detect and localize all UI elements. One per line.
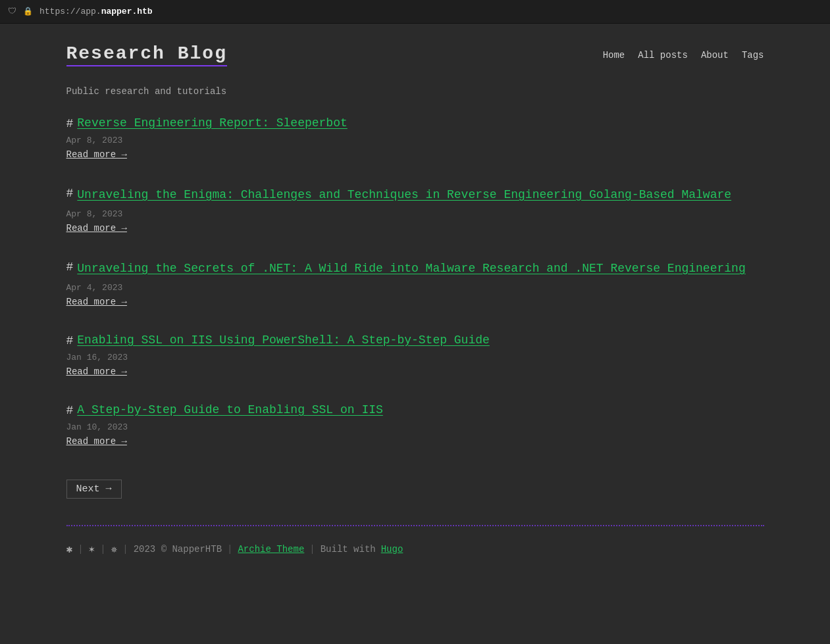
post-title-2[interactable]: Unraveling the Enigma: Challenges and Te… bbox=[77, 186, 731, 204]
footer-copyright: 2023 © NapperHTB bbox=[134, 544, 222, 555]
post-date-2: Apr 8, 2023 bbox=[66, 209, 764, 219]
site-header: Research Blog Home All posts About Tags bbox=[66, 24, 764, 80]
browser-url: https://app.napper.htb bbox=[39, 7, 153, 16]
lock-icon: 🔒 bbox=[23, 7, 33, 16]
post-date-4: Jan 16, 2023 bbox=[66, 353, 764, 362]
site-footer: ✱ | ✶ | ✵ | 2023 © NapperHTB | Archie Th… bbox=[66, 536, 764, 576]
shield-icon: 🛡 bbox=[8, 7, 16, 16]
nav-all-posts[interactable]: All posts bbox=[638, 50, 688, 61]
post-title-3[interactable]: Unraveling the Secrets of .NET: A Wild R… bbox=[77, 260, 745, 278]
post-5: # A Step-by-Step Guide to Enabling SSL o… bbox=[66, 403, 764, 453]
post-date-5: Jan 10, 2023 bbox=[66, 422, 764, 432]
footer-sep-2: | bbox=[100, 544, 105, 555]
footer-sep-1: | bbox=[78, 544, 83, 555]
post-title-line-2: # Unraveling the Enigma: Challenges and … bbox=[66, 186, 764, 204]
post-title-1[interactable]: Reverse Engineering Report: Sleeperbot bbox=[77, 116, 347, 130]
site-title: Research Blog bbox=[66, 43, 227, 66]
dotted-divider bbox=[66, 525, 764, 526]
post-title-line-5: # A Step-by-Step Guide to Enabling SSL o… bbox=[66, 403, 764, 417]
twitter-icon: ✶ bbox=[89, 543, 95, 556]
post-title-line-1: # Reverse Engineering Report: Sleeperbot bbox=[66, 116, 764, 130]
page-wrapper: Research Blog Home All posts About Tags … bbox=[53, 24, 777, 576]
nav-tags[interactable]: Tags bbox=[742, 50, 764, 61]
browser-bar: 🛡 🔒 https://app.napper.htb bbox=[0, 0, 830, 24]
post-3: # Unraveling the Secrets of .NET: A Wild… bbox=[66, 260, 764, 314]
post-1: # Reverse Engineering Report: Sleeperbot… bbox=[66, 116, 764, 166]
read-more-4[interactable]: Read more → bbox=[66, 366, 127, 377]
footer-sep-5: | bbox=[309, 544, 315, 555]
post-hash-1: # bbox=[66, 117, 74, 130]
rss-icon: ✵ bbox=[111, 543, 118, 556]
post-title-5[interactable]: A Step-by-Step Guide to Enabling SSL on … bbox=[77, 403, 382, 416]
post-hash-4: # bbox=[66, 334, 74, 347]
post-hash-2: # bbox=[66, 187, 74, 200]
post-title-line-3: # Unraveling the Secrets of .NET: A Wild… bbox=[66, 260, 764, 278]
post-title-4[interactable]: Enabling SSL on IIS Using PowerShell: A … bbox=[77, 334, 490, 347]
post-hash-3: # bbox=[66, 260, 74, 274]
nav-home[interactable]: Home bbox=[603, 50, 625, 61]
footer-sep-3: | bbox=[122, 544, 128, 555]
footer-built-text: Built with bbox=[321, 544, 376, 555]
post-4: # Enabling SSL on IIS Using PowerShell: … bbox=[66, 334, 764, 384]
footer-sep-4: | bbox=[227, 544, 232, 555]
post-date-1: Apr 8, 2023 bbox=[66, 136, 764, 145]
read-more-1[interactable]: Read more → bbox=[66, 149, 127, 160]
page-subtitle: Public research and tutorials bbox=[66, 80, 764, 116]
github-icon: ✱ bbox=[66, 543, 73, 556]
post-title-line-4: # Enabling SSL on IIS Using PowerShell: … bbox=[66, 334, 764, 347]
read-more-5[interactable]: Read more → bbox=[66, 436, 127, 447]
nav-about[interactable]: About bbox=[701, 50, 729, 61]
post-date-3: Apr 4, 2023 bbox=[66, 283, 764, 293]
post-hash-5: # bbox=[66, 404, 74, 417]
hugo-link[interactable]: Hugo bbox=[381, 544, 403, 555]
read-more-3[interactable]: Read more → bbox=[66, 297, 127, 307]
post-2: # Unraveling the Enigma: Challenges and … bbox=[66, 186, 764, 240]
read-more-2[interactable]: Read more → bbox=[66, 223, 127, 234]
main-nav: Home All posts About Tags bbox=[603, 50, 764, 61]
theme-link[interactable]: Archie Theme bbox=[238, 544, 304, 555]
next-button[interactable]: Next → bbox=[66, 480, 122, 499]
